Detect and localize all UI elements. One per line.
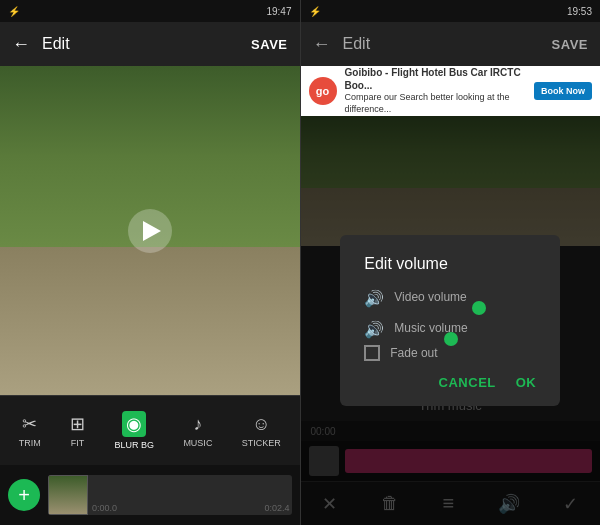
fade-out-row: Fade out — [364, 345, 536, 361]
plus-icon: + — [18, 484, 30, 507]
music-volume-label: Music volume — [394, 321, 536, 335]
fade-out-label: Fade out — [390, 346, 437, 360]
video-volume-row: 🔊 Video volume — [364, 289, 536, 308]
play-icon — [143, 221, 161, 241]
music-icon — [193, 414, 202, 435]
tool-music[interactable]: MUSIC — [183, 414, 212, 448]
tool-music-label: MUSIC — [183, 438, 212, 448]
dialog-actions: CANCEL OK — [364, 375, 536, 390]
status-icon-right: ⚡ — [309, 6, 321, 17]
music-volume-icon: 🔊 — [364, 320, 384, 339]
tool-fit[interactable]: ⊞ FIT — [70, 413, 85, 448]
save-button-left[interactable]: SAVE — [251, 37, 287, 52]
ad-book-button[interactable]: Book Now — [534, 82, 592, 100]
blur-icon: ◉ — [122, 411, 146, 437]
ad-logo-text: go — [316, 85, 329, 97]
scissors-icon: ✂ — [22, 413, 37, 435]
video-thumbnail-left — [0, 66, 300, 395]
ad-logo: go — [309, 77, 337, 105]
timeline-strip-area: + 0:00.0 0:02.4 — [0, 465, 300, 525]
music-volume-row: 🔊 Music volume — [364, 320, 536, 339]
dialog-title: Edit volume — [364, 255, 536, 273]
left-panel: ⚡ 19:47 ← Edit SAVE ✂ TRIM — [0, 0, 300, 525]
video-volume-icon: 🔊 — [364, 289, 384, 308]
status-bar-right: ⚡ 19:53 — [301, 0, 601, 22]
status-bar-left: ⚡ 19:47 — [0, 0, 300, 22]
video-volume-thumb[interactable] — [472, 301, 486, 315]
tool-trim[interactable]: ✂ TRIM — [19, 413, 41, 448]
top-bar-right: ← Edit SAVE — [301, 22, 601, 66]
fit-icon: ⊞ — [70, 413, 85, 435]
save-button-right[interactable]: SAVE — [552, 37, 588, 52]
play-button[interactable] — [128, 209, 172, 253]
top-bar-left: ← Edit SAVE — [0, 22, 300, 66]
tool-blur-bg[interactable]: ◉ BLUR BG — [114, 411, 154, 450]
page-title-right: Edit — [343, 35, 371, 53]
back-icon-right[interactable]: ← — [313, 34, 331, 55]
edit-volume-dialog: Edit volume 🔊 Video volume 🔊 — [340, 235, 560, 406]
status-time-right: 19:53 — [567, 6, 592, 17]
page-title-left: Edit — [42, 35, 70, 53]
ad-banner[interactable]: go Goibibo - Flight Hotel Bus Car IRCTC … — [301, 66, 601, 116]
video-volume-label: Video volume — [394, 290, 536, 304]
right-panel: ⚡ 19:53 ← Edit SAVE go Goibibo - Flight … — [301, 0, 601, 525]
tool-blur-label: BLUR BG — [114, 440, 154, 450]
ad-title: Goibibo - Flight Hotel Bus Car IRCTC Boo… — [345, 66, 527, 92]
timeline-strip[interactable]: 0:00.0 0:02.4 — [48, 475, 292, 515]
timeline-thumb — [48, 475, 88, 515]
cancel-button[interactable]: CANCEL — [439, 375, 496, 390]
edit-toolbar: ✂ TRIM ⊞ FIT ◉ BLUR BG MUSIC ☺ STICKER — [0, 395, 300, 465]
status-time-left: 19:47 — [266, 6, 291, 17]
ok-button[interactable]: OK — [516, 375, 537, 390]
video-preview-left[interactable] — [0, 66, 300, 395]
tool-sticker-label: STICKER — [242, 438, 281, 448]
ad-subtitle: Compare our Search better looking at the… — [345, 92, 527, 115]
music-volume-thumb[interactable] — [444, 332, 458, 346]
time-end: 0:02.4 — [264, 503, 289, 513]
right-content: Trim music 00:00 ✕ 🗑 ≡ 🔊 ✓ Edit volume � — [301, 116, 601, 525]
tool-trim-label: TRIM — [19, 438, 41, 448]
back-icon-left[interactable]: ← — [12, 34, 30, 55]
fade-out-checkbox[interactable] — [364, 345, 380, 361]
time-start: 0:00.0 — [92, 503, 117, 513]
add-clip-button[interactable]: + — [8, 479, 40, 511]
sticker-icon: ☺ — [252, 414, 270, 435]
tool-fit-label: FIT — [71, 438, 85, 448]
status-icon-bluetooth: ⚡ — [8, 6, 20, 17]
dialog-overlay: Edit volume 🔊 Video volume 🔊 — [301, 116, 601, 525]
tool-sticker[interactable]: ☺ STICKER — [242, 414, 281, 448]
